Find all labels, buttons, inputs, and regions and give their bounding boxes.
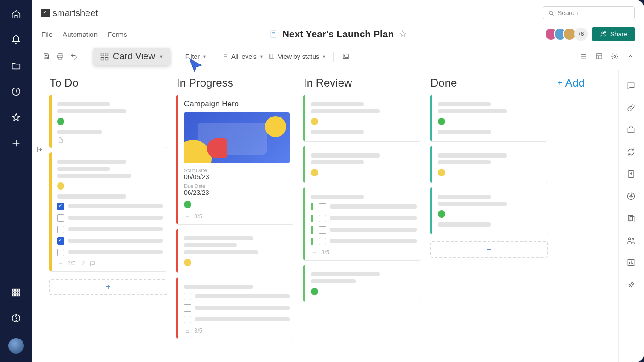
view-by-button[interactable]: View by status ▼	[268, 53, 326, 60]
levels-button[interactable]: All levels ▼	[222, 53, 264, 60]
add-card-button[interactable]: +	[430, 241, 548, 258]
column-done: Done	[430, 75, 548, 357]
card-footer: 3/5	[184, 327, 290, 334]
card[interactable]: 2/5	[49, 152, 167, 271]
share-label: Share	[610, 30, 627, 38]
attachment-icon	[79, 260, 86, 267]
status-dot-icon	[311, 169, 318, 176]
checkbox-icon[interactable]	[184, 316, 191, 323]
add-card-button[interactable]: +	[49, 279, 167, 295]
collapse-panel-icon[interactable]	[626, 52, 635, 61]
checkbox-icon[interactable]	[319, 203, 326, 210]
activity-icon[interactable]	[627, 192, 637, 202]
pin-icon[interactable]	[627, 280, 637, 290]
layout-icon[interactable]	[594, 52, 604, 61]
checkbox-icon[interactable]	[57, 226, 64, 233]
apps-grid-icon[interactable]	[10, 286, 22, 298]
settings-gear-icon[interactable]	[610, 52, 619, 61]
card[interactable]	[430, 146, 548, 183]
card-density-icon[interactable]	[579, 52, 588, 61]
star-icon[interactable]	[10, 111, 22, 123]
checkbox-icon[interactable]	[57, 249, 64, 256]
checkbox-icon[interactable]	[319, 215, 326, 222]
image-view-icon[interactable]	[341, 52, 351, 61]
share-button[interactable]: Share	[592, 27, 635, 41]
brand-text: smartsheet	[52, 8, 98, 18]
collaborator-avatars[interactable]: +6	[548, 28, 588, 41]
expand-lane-icon[interactable]	[32, 70, 46, 362]
status-dot-icon	[438, 210, 445, 218]
avatar-overflow[interactable]: +6	[574, 28, 588, 41]
column-header[interactable]: Done	[430, 75, 548, 95]
bell-icon[interactable]	[10, 34, 22, 46]
column-header[interactable]: In Review	[303, 75, 421, 95]
right-rail	[618, 70, 644, 362]
brand-logo[interactable]: smartsheet	[41, 8, 98, 18]
card-footer: 3/5	[184, 213, 290, 220]
svg-rect-8	[15, 294, 17, 296]
svg-rect-13	[271, 31, 276, 37]
checkbox-icon[interactable]	[57, 203, 64, 210]
print-icon[interactable]	[55, 52, 64, 61]
proofs-panel-icon[interactable]	[627, 125, 637, 135]
svg-rect-6	[18, 292, 20, 293]
favorite-star-icon[interactable]	[398, 30, 407, 38]
card[interactable]: 3/5	[303, 187, 421, 260]
card[interactable]	[430, 187, 548, 234]
checkbox-icon[interactable]	[184, 293, 191, 300]
help-icon[interactable]	[10, 312, 22, 324]
menu-automation[interactable]: Automation	[63, 30, 98, 38]
people-panel-icon[interactable]	[627, 236, 637, 246]
card[interactable]	[176, 229, 294, 273]
card-view-icon	[100, 52, 109, 61]
subtask-icon	[184, 213, 190, 220]
card[interactable]	[303, 146, 421, 183]
start-date-label: Start Date	[184, 168, 290, 173]
clock-icon[interactable]	[10, 86, 22, 98]
folder-icon[interactable]	[10, 60, 22, 72]
brand-mark-icon	[41, 9, 50, 17]
plus-icon[interactable]	[10, 137, 22, 149]
card[interactable]	[303, 265, 421, 302]
svg-rect-20	[105, 53, 108, 56]
menu-forms[interactable]: Forms	[108, 30, 127, 38]
add-column[interactable]: + Add	[557, 75, 612, 357]
menu-file[interactable]: File	[41, 30, 52, 38]
comment-icon	[89, 260, 96, 267]
checkbox-icon[interactable]	[184, 304, 191, 312]
column-in-review: In Review	[303, 75, 421, 357]
search-input[interactable]: Search	[543, 6, 635, 19]
refresh-icon[interactable]	[627, 147, 637, 158]
user-avatar[interactable]	[8, 338, 24, 354]
home-icon[interactable]	[10, 8, 22, 20]
comments-panel-icon[interactable]	[627, 81, 637, 91]
card[interactable]	[49, 95, 167, 148]
sheet-title[interactable]: Next Year's Launch Plan	[282, 29, 394, 40]
undo-icon[interactable]	[69, 52, 78, 61]
export-icon[interactable]	[627, 169, 637, 180]
column-todo: To Do	[49, 75, 167, 357]
attachments-panel-icon[interactable]	[627, 103, 637, 113]
chart-panel-icon[interactable]	[627, 258, 637, 268]
status-dot-icon	[311, 118, 318, 125]
card-campaign-hero[interactable]: Campaign Hero Start Date 06/05/23 Due Da…	[176, 95, 294, 224]
card[interactable]	[430, 95, 548, 141]
column-header[interactable]: In Progress	[176, 75, 294, 95]
svg-rect-19	[101, 53, 104, 56]
subtask-icon	[184, 327, 190, 334]
checkbox-icon[interactable]	[319, 238, 326, 245]
card[interactable]: 3/5	[176, 277, 294, 339]
checkbox-icon[interactable]	[319, 226, 326, 234]
checkbox-icon[interactable]	[57, 214, 64, 222]
view-switcher[interactable]: Card View ▼	[93, 48, 170, 65]
save-icon[interactable]	[41, 52, 51, 61]
chevron-down-icon: ▼	[322, 54, 326, 59]
clipboard-icon[interactable]	[627, 214, 637, 224]
card[interactable]	[303, 95, 421, 141]
column-header[interactable]: To Do	[49, 75, 167, 95]
card-footer: 3/5	[311, 249, 417, 256]
share-people-icon	[600, 30, 607, 38]
checkbox-icon[interactable]	[57, 237, 64, 245]
chevron-down-icon: ▼	[259, 54, 264, 59]
svg-rect-24	[343, 54, 348, 59]
